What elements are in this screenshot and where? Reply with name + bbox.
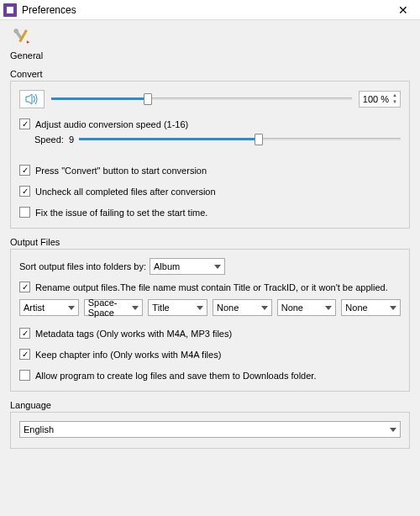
- fix-start-time-label: Fix the issue of failing to set the star…: [35, 208, 207, 218]
- output-group: Sort output files into folders by: Album…: [10, 249, 410, 392]
- language-section-label: Language: [10, 400, 410, 410]
- speed-slider[interactable]: [79, 133, 401, 146]
- language-value: English: [24, 424, 54, 434]
- filename-field-6[interactable]: None: [341, 299, 401, 316]
- speed-label: Speed:: [34, 134, 64, 145]
- adjust-speed-label: Adjust audio conversion speed (1-16): [35, 119, 188, 129]
- volume-percent-value: 100 %: [363, 94, 389, 104]
- spinner-up-icon[interactable]: ▲: [392, 92, 397, 98]
- press-convert-label: Press "Convert" button to start conversi…: [35, 166, 207, 176]
- filename-field-3[interactable]: Title: [148, 299, 207, 316]
- sort-by-label: Sort output files into folders by:: [19, 261, 146, 271]
- allow-logs-label: Allow program to create log files and sa…: [35, 371, 316, 381]
- general-icon: [10, 27, 32, 49]
- rename-files-checkbox[interactable]: [19, 282, 30, 292]
- filename-field-5-value: None: [281, 303, 303, 313]
- close-button[interactable]: ✕: [390, 3, 417, 17]
- filename-field-6-value: None: [345, 303, 367, 313]
- convert-section-label: Convert: [10, 69, 410, 79]
- rename-files-label: Rename output files.The file name must c…: [35, 282, 388, 292]
- volume-percent-input[interactable]: 100 % ▲ ▼: [359, 91, 401, 108]
- language-group: English: [10, 412, 410, 449]
- filename-field-3-value: Title: [152, 303, 169, 313]
- metadata-tags-label: Metadata tags (Only works with M4A, MP3 …: [35, 329, 232, 339]
- adjust-speed-checkbox[interactable]: [19, 118, 30, 129]
- svg-marker-2: [26, 94, 32, 104]
- filename-field-1-value: Artist: [24, 303, 45, 313]
- filename-field-2-value: Space-Space: [88, 297, 129, 318]
- window-title: Preferences: [22, 4, 390, 16]
- spinner-down-icon[interactable]: ▼: [392, 98, 397, 105]
- volume-slider[interactable]: [51, 92, 352, 106]
- filename-field-5[interactable]: None: [277, 299, 337, 316]
- allow-logs-checkbox[interactable]: [19, 370, 30, 381]
- metadata-tags-checkbox[interactable]: [19, 328, 30, 339]
- app-icon: [3, 3, 17, 17]
- sort-by-select[interactable]: Album: [150, 258, 225, 275]
- language-select[interactable]: English: [19, 421, 401, 438]
- filename-field-4[interactable]: None: [213, 299, 272, 316]
- filename-field-4-value: None: [217, 303, 239, 313]
- sort-by-value: Album: [154, 261, 180, 271]
- svg-marker-1: [25, 40, 29, 45]
- uncheck-completed-label: Uncheck all completed files after conver…: [35, 187, 216, 197]
- keep-chapter-checkbox[interactable]: [19, 349, 30, 360]
- general-label: General: [10, 50, 43, 61]
- uncheck-completed-checkbox[interactable]: [19, 186, 30, 197]
- filename-field-1[interactable]: Artist: [19, 299, 79, 316]
- output-section-label: Output Files: [10, 237, 410, 247]
- filename-field-2[interactable]: Space-Space: [84, 299, 144, 316]
- speed-value: 9: [69, 134, 74, 145]
- convert-group: 100 % ▲ ▼ Adjust audio conversion speed …: [10, 81, 410, 229]
- keep-chapter-label: Keep chapter info (Only works with M4A f…: [35, 350, 221, 360]
- fix-start-time-checkbox[interactable]: [19, 207, 30, 218]
- press-convert-checkbox[interactable]: [19, 165, 30, 176]
- volume-icon[interactable]: [19, 90, 45, 108]
